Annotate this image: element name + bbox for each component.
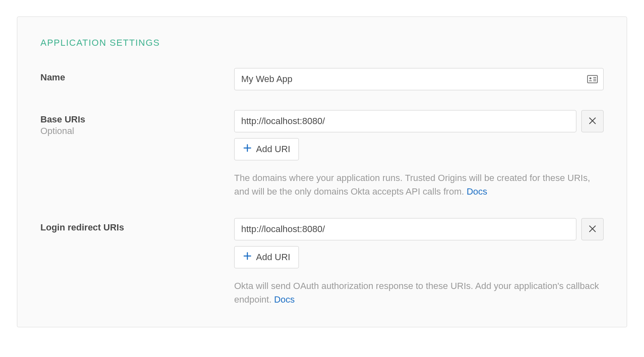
login-redirect-uris-label-col: Login redirect URIs (40, 218, 234, 233)
base-uris-label: Base URIs (40, 114, 234, 125)
base-uris-input-col: Add URI The domains where your applicati… (234, 110, 604, 198)
add-base-uri-label: Add URI (256, 144, 290, 155)
login-redirect-uris-help-text: Okta will send OAuth authorization respo… (234, 279, 604, 306)
add-login-redirect-uri-label: Add URI (256, 252, 290, 263)
name-input-wrap (234, 68, 604, 90)
login-redirect-uris-input-col: Add URI Okta will send OAuth authorizati… (234, 218, 604, 306)
base-uris-docs-link[interactable]: Docs (467, 186, 487, 197)
close-icon (588, 225, 597, 234)
base-uris-label-col: Base URIs Optional (40, 110, 234, 136)
name-input-col (234, 68, 604, 90)
add-login-redirect-uri-button[interactable]: Add URI (234, 246, 299, 268)
base-uris-help-body: The domains where your application runs.… (234, 173, 590, 197)
base-uri-input[interactable] (234, 110, 576, 132)
base-uris-help-text: The domains where your application runs.… (234, 171, 604, 198)
login-redirect-uris-docs-link[interactable]: Docs (274, 294, 295, 305)
name-input[interactable] (234, 68, 604, 90)
base-uris-sublabel: Optional (40, 126, 234, 136)
name-label-col: Name (40, 68, 234, 83)
name-label: Name (40, 72, 234, 83)
close-icon (588, 117, 597, 126)
remove-base-uri-button[interactable] (581, 110, 604, 132)
remove-login-redirect-uri-button[interactable] (581, 218, 604, 240)
login-redirect-uris-label: Login redirect URIs (40, 222, 234, 233)
base-uris-field-row: Base URIs Optional (40, 110, 604, 198)
login-redirect-uri-input[interactable] (234, 218, 576, 240)
application-settings-panel: APPLICATION SETTINGS Name (17, 16, 627, 327)
name-field-row: Name (40, 68, 604, 90)
base-uri-input-row (234, 110, 604, 132)
login-redirect-uri-input-row (234, 218, 604, 240)
add-base-uri-button[interactable]: Add URI (234, 138, 299, 160)
plus-icon (243, 143, 252, 155)
section-title: APPLICATION SETTINGS (40, 38, 604, 48)
plus-icon (243, 251, 252, 263)
login-redirect-uris-field-row: Login redirect URIs (40, 218, 604, 306)
